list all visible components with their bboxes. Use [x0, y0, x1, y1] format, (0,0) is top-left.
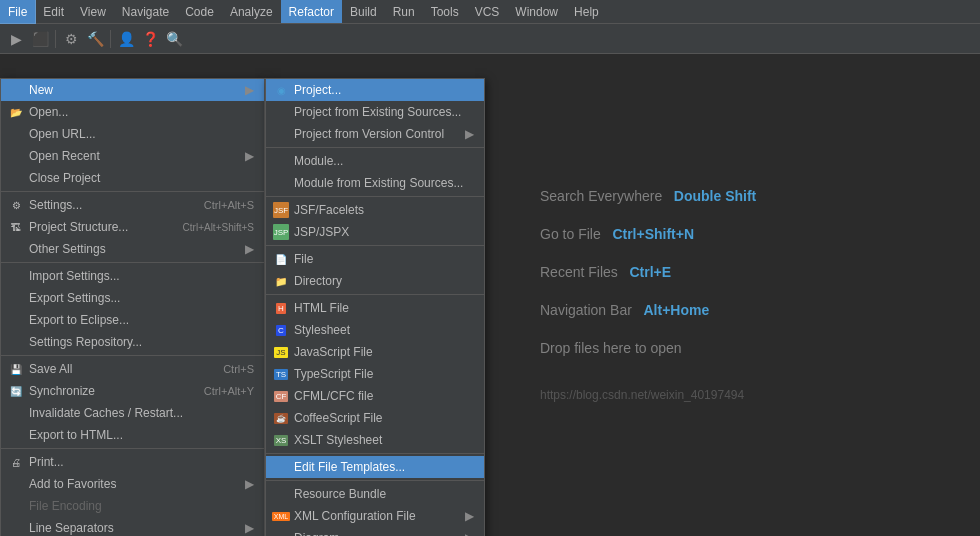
new-sep-5	[266, 453, 484, 454]
new-menu-jsf[interactable]: JSF JSF/Facelets	[266, 199, 484, 221]
new-menu-diagram[interactable]: Diagram ▶	[266, 527, 484, 536]
menu-tools[interactable]: Tools	[423, 0, 467, 23]
menu-code[interactable]: Code	[177, 0, 222, 23]
cfml-icon: CF	[272, 388, 290, 404]
file-menu-print[interactable]: 🖨 Print...	[1, 451, 264, 473]
project-existing-icon	[272, 104, 290, 120]
sep-3	[1, 355, 264, 356]
project-icon: ◉	[272, 82, 290, 98]
menu-run[interactable]: Run	[385, 0, 423, 23]
sep-4	[1, 448, 264, 449]
new-sep-2	[266, 196, 484, 197]
project-structure-icon: 🏗	[7, 219, 25, 235]
toolbar-btn-2[interactable]: ⬛	[29, 28, 51, 50]
shortcut-nav-bar: Navigation Bar Alt+Home	[540, 302, 940, 318]
main-area: Search Everywhere Double Shift Go to Fil…	[0, 54, 980, 536]
toolbar-btn-7[interactable]: 🔍	[163, 28, 185, 50]
new-menu-resource-bundle[interactable]: Resource Bundle	[266, 483, 484, 505]
menubar: File Edit View Navigate Code Analyze Ref…	[0, 0, 980, 24]
new-menu-edit-templates[interactable]: Edit File Templates...	[266, 456, 484, 478]
encoding-icon	[7, 498, 25, 514]
xslt-icon: XS	[272, 432, 290, 448]
file-menu-synchronize[interactable]: 🔄 Synchronize Ctrl+Alt+Y	[1, 380, 264, 402]
new-menu-javascript[interactable]: JS JavaScript File	[266, 341, 484, 363]
menu-build[interactable]: Build	[342, 0, 385, 23]
html-icon: H	[272, 300, 290, 316]
new-menu-xml-config[interactable]: XML XML Configuration File ▶	[266, 505, 484, 527]
new-menu-file[interactable]: 📄 File	[266, 248, 484, 270]
file-menu-export-eclipse[interactable]: Export to Eclipse...	[1, 309, 264, 331]
settings-icon: ⚙	[7, 197, 25, 213]
resource-bundle-icon	[272, 486, 290, 502]
new-menu-cfml[interactable]: CF CFML/CFC file	[266, 385, 484, 407]
toolbar-btn-5[interactable]: 👤	[115, 28, 137, 50]
new-menu-directory[interactable]: 📁 Directory	[266, 270, 484, 292]
file-menu-open-url[interactable]: Open URL...	[1, 123, 264, 145]
new-sep-6	[266, 480, 484, 481]
file-menu-add-favorites[interactable]: Add to Favorites ▶	[1, 473, 264, 495]
file-menu-settings[interactable]: ⚙ Settings... Ctrl+Alt+S	[1, 194, 264, 216]
menu-edit[interactable]: Edit	[35, 0, 72, 23]
new-menu-jsp[interactable]: JSP JSP/JSPX	[266, 221, 484, 243]
file-menu-dropdown: New ▶ 📂 Open... Open URL... Open Recent …	[0, 78, 265, 536]
file-menu-close-project[interactable]: Close Project	[1, 167, 264, 189]
file-menu-import-settings[interactable]: Import Settings...	[1, 265, 264, 287]
settings-repo-icon	[7, 334, 25, 350]
new-icon	[7, 82, 25, 98]
menu-refactor[interactable]: Refactor	[281, 0, 342, 23]
export-html-icon	[7, 427, 25, 443]
file-menu-export-html[interactable]: Export to HTML...	[1, 424, 264, 446]
ts-icon: TS	[272, 366, 290, 382]
toolbar-btn-6[interactable]: ❓	[139, 28, 161, 50]
new-menu-project-vcs[interactable]: Project from Version Control ▶	[266, 123, 484, 145]
new-menu-typescript[interactable]: TS TypeScript File	[266, 363, 484, 385]
new-menu-project[interactable]: ◉ Project...	[266, 79, 484, 101]
sync-icon: 🔄	[7, 383, 25, 399]
file-menu-new[interactable]: New ▶	[1, 79, 264, 101]
jsf-icon: JSF	[272, 202, 290, 218]
file-menu-export-settings[interactable]: Export Settings...	[1, 287, 264, 309]
file-menu-save-all[interactable]: 💾 Save All Ctrl+S	[1, 358, 264, 380]
xml-icon: XML	[272, 508, 290, 524]
toolbar: ▶ ⬛ ⚙ 🔨 👤 ❓ 🔍	[0, 24, 980, 54]
menu-file[interactable]: File	[0, 0, 35, 23]
menu-vcs[interactable]: VCS	[467, 0, 508, 23]
url-text: https://blog.csdn.net/weixin_40197494	[540, 388, 940, 402]
menu-navigate[interactable]: Navigate	[114, 0, 177, 23]
new-menu-stylesheet[interactable]: C Stylesheet	[266, 319, 484, 341]
diagram-icon	[272, 530, 290, 536]
new-menu-module[interactable]: Module...	[266, 150, 484, 172]
new-menu-coffeescript[interactable]: ☕ CoffeeScript File	[266, 407, 484, 429]
open-url-icon	[7, 126, 25, 142]
toolbar-sep-1	[55, 30, 56, 48]
folder-icon: 📁	[272, 273, 290, 289]
new-menu-xslt[interactable]: XS XSLT Stylesheet	[266, 429, 484, 451]
file-menu-open[interactable]: 📂 Open...	[1, 101, 264, 123]
open-recent-icon	[7, 148, 25, 164]
menu-view[interactable]: View	[72, 0, 114, 23]
menu-help[interactable]: Help	[566, 0, 607, 23]
export-settings-icon	[7, 290, 25, 306]
module-existing-icon	[272, 175, 290, 191]
toolbar-sep-2	[110, 30, 111, 48]
file-menu-line-separators[interactable]: Line Separators ▶	[1, 517, 264, 536]
coffee-icon: ☕	[272, 410, 290, 426]
sep-2	[1, 262, 264, 263]
toolbar-btn-1[interactable]: ▶	[5, 28, 27, 50]
file-menu-settings-repo[interactable]: Settings Repository...	[1, 331, 264, 353]
other-settings-icon	[7, 241, 25, 257]
file-menu-open-recent[interactable]: Open Recent ▶	[1, 145, 264, 167]
toolbar-btn-3[interactable]: ⚙	[60, 28, 82, 50]
file-menu-other-settings[interactable]: Other Settings ▶	[1, 238, 264, 260]
new-menu-html[interactable]: H HTML File	[266, 297, 484, 319]
file-menu-invalidate[interactable]: Invalidate Caches / Restart...	[1, 402, 264, 424]
new-menu-module-existing[interactable]: Module from Existing Sources...	[266, 172, 484, 194]
menu-window[interactable]: Window	[507, 0, 566, 23]
new-menu-project-existing[interactable]: Project from Existing Sources...	[266, 101, 484, 123]
css-icon: C	[272, 322, 290, 338]
file-menu-project-structure[interactable]: 🏗 Project Structure... Ctrl+Alt+Shift+S	[1, 216, 264, 238]
menu-analyze[interactable]: Analyze	[222, 0, 281, 23]
print-icon: 🖨	[7, 454, 25, 470]
close-project-icon	[7, 170, 25, 186]
toolbar-btn-4[interactable]: 🔨	[84, 28, 106, 50]
